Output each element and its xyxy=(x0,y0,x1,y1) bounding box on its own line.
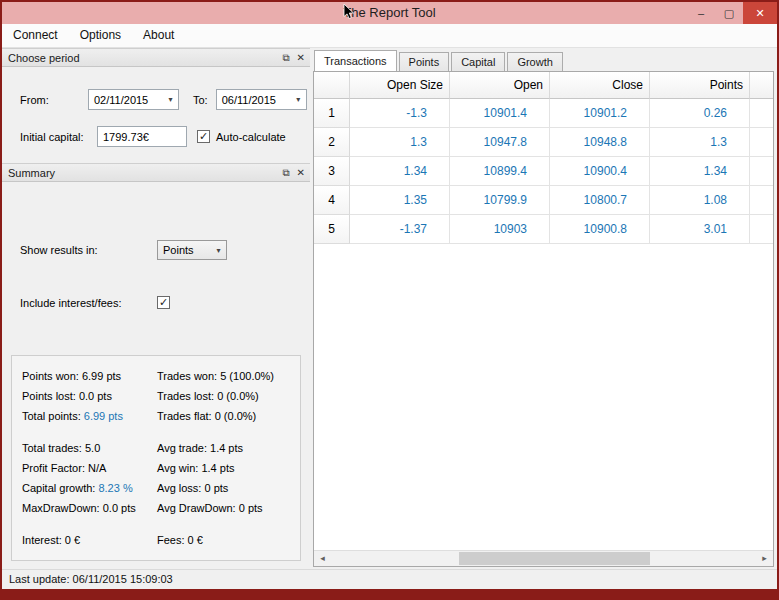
from-date-select[interactable]: 02/11/2015 ▾ xyxy=(88,89,179,110)
table-row[interactable]: 5 -1.37 10903 10900.8 3.01 xyxy=(314,215,773,244)
right-area: Transactions Points Capital Growth Open … xyxy=(310,48,777,569)
stat-total-points: Total points: 6.99 pts xyxy=(22,406,157,426)
show-results-select[interactable]: Points ▾ xyxy=(157,240,227,260)
float-icon[interactable]: ⧉ xyxy=(282,168,289,178)
stat-avg-drawdown: Avg DrawDown: 0 pts xyxy=(157,498,294,518)
dock-close-icon[interactable]: ✕ xyxy=(297,168,305,178)
float-icon[interactable]: ⧉ xyxy=(282,53,289,63)
stat-avg-win: Avg win: 1.4 pts xyxy=(157,458,294,478)
menubar: Connect Options About xyxy=(2,24,777,48)
mouse-cursor xyxy=(343,3,354,20)
stat-points-won: Points won: 6.99 pts xyxy=(22,366,157,386)
empty-cell xyxy=(750,157,773,186)
cell-points: 1.3 xyxy=(650,128,750,157)
table-row[interactable]: 4 1.35 10799.9 10800.7 1.08 xyxy=(314,186,773,215)
stat-capital-growth: Capital growth: 8.23 % xyxy=(22,478,157,498)
scroll-right-icon[interactable]: ▸ xyxy=(756,551,773,566)
stat-total-trades: Total trades: 5.0 xyxy=(22,438,157,458)
maximize-button[interactable]: ▢ xyxy=(715,2,743,24)
initial-capital-input[interactable] xyxy=(97,126,187,147)
row-header[interactable]: 2 xyxy=(314,128,350,157)
left-dock-area: Choose period ⧉ ✕ From: 02/11/2015 ▾ To:… xyxy=(2,48,310,569)
stat-trades-lost: Trades lost: 0 (0.0%) xyxy=(157,386,294,406)
stat-avg-loss: Avg loss: 0 pts xyxy=(157,478,294,498)
table-row[interactable]: 1 -1.3 10901.4 10901.2 0.26 xyxy=(314,99,773,128)
stat-max-drawdown: MaxDrawDown: 0.0 pts xyxy=(22,498,157,518)
empty-cell xyxy=(750,128,773,157)
menu-options[interactable]: Options xyxy=(69,24,132,47)
auto-calculate-label: Auto-calculate xyxy=(216,131,286,143)
tab-growth[interactable]: Growth xyxy=(507,52,562,71)
column-header-open-size[interactable]: Open Size xyxy=(350,72,450,99)
choose-period-header: Choose period ⧉ ✕ xyxy=(2,48,310,67)
close-button[interactable]: ✕ xyxy=(743,2,777,24)
include-fees-checkbox[interactable]: ✓ xyxy=(157,296,170,309)
show-results-label: Show results in: xyxy=(20,244,157,256)
scrollbar-track[interactable] xyxy=(331,551,756,566)
scrollbar-thumb[interactable] xyxy=(459,552,650,565)
row-header[interactable]: 4 xyxy=(314,186,350,215)
tab-transactions[interactable]: Transactions xyxy=(314,50,397,71)
horizontal-scrollbar[interactable]: ◂ ▸ xyxy=(314,550,773,566)
auto-calculate-checkbox[interactable]: ✓ xyxy=(197,130,210,143)
menu-about[interactable]: About xyxy=(132,24,185,47)
maximize-icon: ▢ xyxy=(724,7,734,20)
stat-trades-flat: Trades flat: 0 (0.0%) xyxy=(157,406,294,426)
cell-close: 10901.2 xyxy=(550,99,650,128)
to-label: To: xyxy=(193,94,208,106)
cell-points: 1.08 xyxy=(650,186,750,215)
stat-trades-won: Trades won: 5 (100.0%) xyxy=(157,366,294,386)
show-results-value: Points xyxy=(158,244,211,256)
stat-interest: Interest: 0 € xyxy=(22,530,157,550)
cell-open-size: -1.37 xyxy=(350,215,450,244)
window-controls: – ▢ ✕ xyxy=(687,2,777,24)
minimize-button[interactable]: – xyxy=(687,2,715,24)
stat-points-lost: Points lost: 0.0 pts xyxy=(22,386,157,406)
stat-row: Capital growth: 8.23 % Avg loss: 0 pts xyxy=(22,478,294,498)
table-row[interactable]: 2 1.3 10947.8 10948.8 1.3 xyxy=(314,128,773,157)
tab-points[interactable]: Points xyxy=(399,52,450,71)
cell-open-size: 1.35 xyxy=(350,186,450,215)
initial-capital-label: Initial capital: xyxy=(20,131,97,143)
corner-header-cell xyxy=(314,72,350,99)
column-header-close[interactable]: Close xyxy=(550,72,650,99)
row-header[interactable]: 1 xyxy=(314,99,350,128)
cell-open-size: -1.3 xyxy=(350,99,450,128)
cell-points: 3.01 xyxy=(650,215,750,244)
dock-close-icon[interactable]: ✕ xyxy=(297,53,305,63)
cell-close: 10900.8 xyxy=(550,215,650,244)
transactions-tab-pane: Open Size Open Close Points 1 -1.3 10901… xyxy=(313,71,774,567)
summary-header: Summary ⧉ ✕ xyxy=(2,163,310,182)
main-area: Choose period ⧉ ✕ From: 02/11/2015 ▾ To:… xyxy=(2,48,777,569)
empty-cell xyxy=(750,99,773,128)
to-date-select[interactable]: 06/11/2015 ▾ xyxy=(216,89,307,110)
stat-avg-trade: Avg trade: 1.4 pts xyxy=(157,438,294,458)
summary-panel: Summary ⧉ ✕ Show results in: Points ▾ xyxy=(2,163,310,569)
stat-row: Total trades: 5.0 Avg trade: 1.4 pts xyxy=(22,438,294,458)
table-row[interactable]: 3 1.34 10899.4 10900.4 1.34 xyxy=(314,157,773,186)
scroll-left-icon[interactable]: ◂ xyxy=(314,551,331,566)
column-header-points[interactable]: Points xyxy=(650,72,750,99)
menu-connect[interactable]: Connect xyxy=(2,24,69,47)
last-update-text: Last update: 06/11/2015 15:09:03 xyxy=(9,573,173,585)
cell-open: 10799.9 xyxy=(450,186,550,215)
check-icon: ✓ xyxy=(199,131,208,142)
from-label: From: xyxy=(20,94,88,106)
tab-capital[interactable]: Capital xyxy=(451,52,505,71)
row-header[interactable]: 3 xyxy=(314,157,350,186)
statusbar: Last update: 06/11/2015 15:09:03 xyxy=(2,569,777,589)
cell-open: 10903 xyxy=(450,215,550,244)
titlebar: The Report Tool – ▢ ✕ xyxy=(2,2,777,24)
choose-period-body: From: 02/11/2015 ▾ To: 06/11/2015 ▾ Init… xyxy=(2,67,310,163)
cell-close: 10900.4 xyxy=(550,157,650,186)
empty-cell xyxy=(750,186,773,215)
stat-fees: Fees: 0 € xyxy=(157,530,294,550)
row-header[interactable]: 5 xyxy=(314,215,350,244)
transactions-table: Open Size Open Close Points 1 -1.3 10901… xyxy=(314,72,773,550)
empty-cell xyxy=(750,215,773,244)
minimize-icon: – xyxy=(698,7,704,19)
cell-open: 10899.4 xyxy=(450,157,550,186)
column-header-open[interactable]: Open xyxy=(450,72,550,99)
stat-row: Points lost: 0.0 pts Trades lost: 0 (0.0… xyxy=(22,386,294,406)
choose-period-title: Choose period xyxy=(8,52,80,64)
